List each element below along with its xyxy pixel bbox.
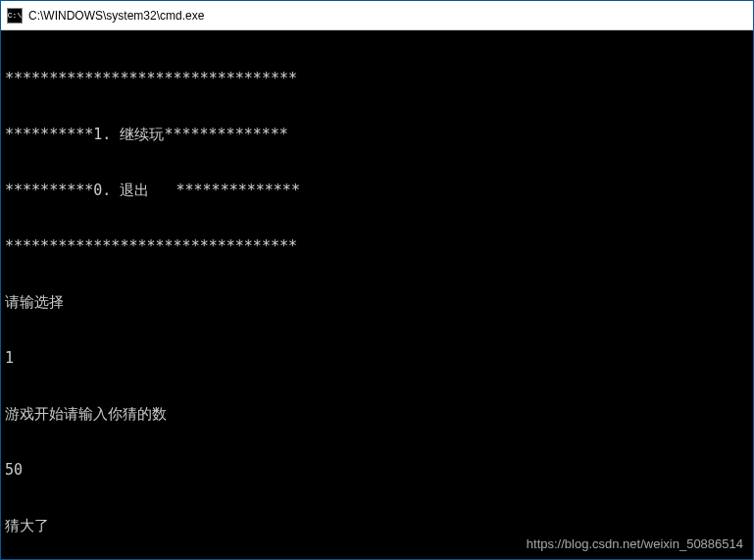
console-output[interactable]: ********************************* ******… <box>1 30 753 559</box>
console-line: 猜大了 <box>5 517 749 535</box>
console-line: 游戏开始请输入你猜的数 <box>5 405 749 424</box>
console-line: 50 <box>5 461 749 480</box>
console-line: 1 <box>5 349 749 368</box>
window-title: C:\WINDOWS\system32\cmd.exe <box>28 9 747 23</box>
console-line: **********0. 退出 ************** <box>5 181 749 200</box>
cmd-window: C:\ C:\WINDOWS\system32\cmd.exe ********… <box>0 0 754 560</box>
console-line: **********1. 继续玩************** <box>5 126 749 144</box>
console-line: 请输选择 <box>5 293 749 312</box>
cmd-icon: C:\ <box>7 8 23 24</box>
watermark-text: https://blog.csdn.net/weixin_50886514 <box>527 535 743 553</box>
titlebar[interactable]: C:\ C:\WINDOWS\system32\cmd.exe <box>1 1 753 30</box>
console-line: ********************************* <box>5 237 749 256</box>
console-line: ********************************* <box>5 70 749 88</box>
